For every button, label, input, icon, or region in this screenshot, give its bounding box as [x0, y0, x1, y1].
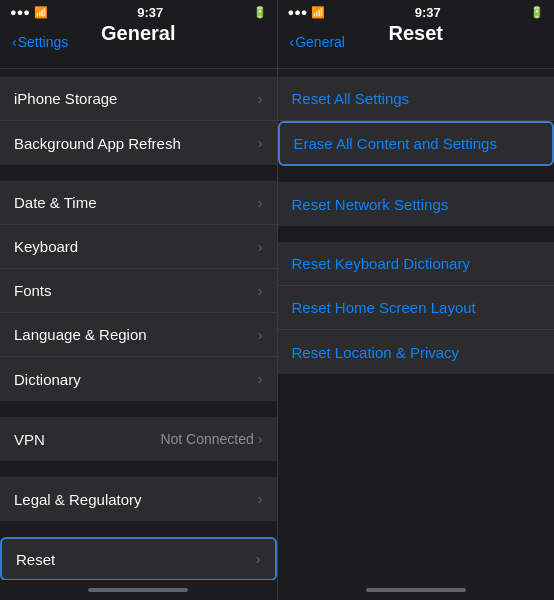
reset-network-item[interactable]: Reset Network Settings	[278, 182, 555, 226]
chevron-icon-8: ›	[258, 431, 263, 447]
legal-item[interactable]: Legal & Regulatory ›	[0, 477, 277, 521]
chevron-icon-10: ›	[256, 551, 261, 567]
spacer-4	[0, 521, 277, 529]
reset-section-3: Reset Keyboard Dictionary Reset Home Scr…	[278, 242, 555, 374]
home-bar-right	[366, 588, 466, 592]
date-time-label: Date & Time	[14, 194, 97, 211]
vpn-item[interactable]: VPN Not Connected ›	[0, 417, 277, 461]
battery-icon-right: 🔋	[530, 6, 544, 19]
back-button-left[interactable]: ‹ Settings	[12, 34, 68, 50]
chevron-icon-9: ›	[258, 491, 263, 507]
page-title-left: General	[101, 22, 175, 45]
home-indicator-right	[278, 580, 555, 600]
erase-all-content-label: Erase All Content and Settings	[294, 135, 497, 152]
spacer-3	[0, 461, 277, 469]
keyboard-item[interactable]: Keyboard ›	[0, 225, 277, 269]
reset-item[interactable]: Reset ›	[0, 537, 277, 580]
right-spacer-2	[278, 226, 555, 234]
reset-keyboard-label: Reset Keyboard Dictionary	[292, 255, 470, 272]
right-panel-header: ‹ General Reset	[278, 24, 555, 69]
reset-keyboard-item[interactable]: Reset Keyboard Dictionary	[278, 242, 555, 286]
battery-icons: 🔋	[253, 6, 267, 19]
status-time-left: 9:37	[137, 5, 163, 20]
back-chevron-right: ‹	[290, 34, 295, 50]
reset-home-screen-item[interactable]: Reset Home Screen Layout	[278, 286, 555, 330]
home-indicator-left	[0, 580, 277, 600]
left-panel-header: ‹ Settings General	[0, 24, 277, 69]
spacer-2	[0, 401, 277, 409]
left-panel-content: iPhone Storage › Background App Refresh …	[0, 69, 277, 580]
chevron-icon-3: ›	[258, 195, 263, 211]
section-legal: Legal & Regulatory ›	[0, 477, 277, 521]
right-panel: ●●● 📶 9:37 🔋 ‹ General Reset Reset All S…	[278, 0, 555, 600]
chevron-icon: ›	[258, 91, 263, 107]
chevron-icon-2: ›	[258, 135, 263, 151]
reset-all-settings-item[interactable]: Reset All Settings	[278, 77, 555, 121]
erase-all-content-item[interactable]: Erase All Content and Settings	[278, 121, 555, 166]
section-reset: Reset ›	[0, 537, 277, 580]
battery-icon: 🔋	[253, 6, 267, 19]
signal-icons: ●●● 📶	[10, 6, 48, 19]
background-app-refresh-label: Background App Refresh	[14, 135, 181, 152]
signal-icon: ●●●	[10, 6, 30, 18]
language-region-label: Language & Region	[14, 326, 147, 343]
vpn-label: VPN	[14, 431, 45, 448]
wifi-icon-right: 📶	[311, 6, 325, 19]
status-time-right: 9:37	[415, 5, 441, 20]
spacer-1	[0, 165, 277, 173]
reset-section-1: Reset All Settings Erase All Content and…	[278, 77, 555, 166]
section-storage: iPhone Storage › Background App Refresh …	[0, 77, 277, 165]
back-label-right: General	[295, 34, 345, 50]
chevron-icon-7: ›	[258, 371, 263, 387]
language-region-item[interactable]: Language & Region ›	[0, 313, 277, 357]
signal-icon-right: ●●●	[288, 6, 308, 18]
background-app-refresh-value: ›	[258, 135, 263, 151]
date-time-item[interactable]: Date & Time ›	[0, 181, 277, 225]
back-label-left: Settings	[18, 34, 69, 50]
iphone-storage-value: ›	[258, 91, 263, 107]
fonts-item[interactable]: Fonts ›	[0, 269, 277, 313]
background-app-refresh-item[interactable]: Background App Refresh ›	[0, 121, 277, 165]
status-bar-right: ●●● 📶 9:37 🔋	[278, 0, 555, 24]
section-datetime: Date & Time › Keyboard › Fonts › Languag…	[0, 181, 277, 401]
left-panel: ●●● 📶 9:37 🔋 ‹ Settings General iPhone S…	[0, 0, 277, 600]
reset-location-item[interactable]: Reset Location & Privacy	[278, 330, 555, 374]
back-chevron-left: ‹	[12, 34, 17, 50]
dictionary-label: Dictionary	[14, 371, 81, 388]
iphone-storage-label: iPhone Storage	[14, 90, 117, 107]
signal-icons-right: ●●● 📶	[288, 6, 326, 19]
section-vpn: VPN Not Connected ›	[0, 417, 277, 461]
right-spacer-1	[278, 166, 555, 174]
fonts-label: Fonts	[14, 282, 52, 299]
reset-all-settings-label: Reset All Settings	[292, 90, 410, 107]
status-bar-left: ●●● 📶 9:37 🔋	[0, 0, 277, 24]
back-button-right[interactable]: ‹ General	[290, 34, 345, 50]
reset-label: Reset	[16, 551, 55, 568]
reset-location-label: Reset Location & Privacy	[292, 344, 460, 361]
right-panel-content: Reset All Settings Erase All Content and…	[278, 69, 555, 580]
reset-section-2: Reset Network Settings	[278, 182, 555, 226]
legal-label: Legal & Regulatory	[14, 491, 142, 508]
wifi-icon: 📶	[34, 6, 48, 19]
iphone-storage-item[interactable]: iPhone Storage ›	[0, 77, 277, 121]
chevron-icon-6: ›	[258, 327, 263, 343]
page-title-right: Reset	[389, 22, 443, 45]
dictionary-item[interactable]: Dictionary ›	[0, 357, 277, 401]
reset-network-label: Reset Network Settings	[292, 196, 449, 213]
home-bar-left	[88, 588, 188, 592]
chevron-icon-5: ›	[258, 283, 263, 299]
reset-home-screen-label: Reset Home Screen Layout	[292, 299, 476, 316]
chevron-icon-4: ›	[258, 239, 263, 255]
keyboard-label: Keyboard	[14, 238, 78, 255]
vpn-value: Not Connected ›	[160, 431, 262, 447]
battery-icons-right: 🔋	[530, 6, 544, 19]
